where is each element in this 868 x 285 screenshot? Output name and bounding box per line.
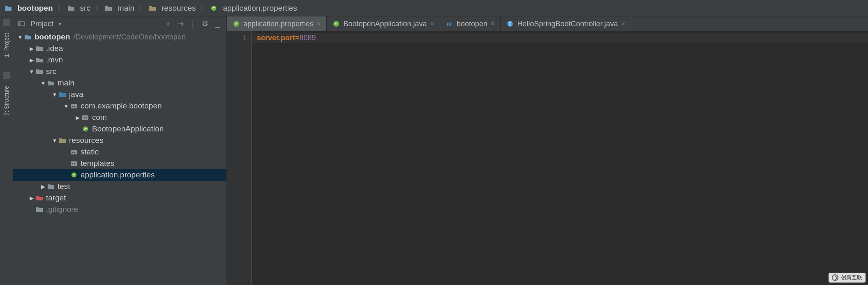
editor-area: application.properties×BootopenApplicati… — [227, 16, 868, 285]
arrow-down-icon[interactable]: ▼ — [29, 69, 35, 75]
tree-node[interactable]: templates — [13, 158, 226, 169]
gear-icon[interactable]: ⚙ — [200, 19, 210, 29]
folder-icon — [35, 45, 44, 52]
arrow-right-icon[interactable]: ▶ — [29, 57, 35, 63]
breadcrumb-label: bootopen — [17, 4, 53, 13]
tree-node[interactable]: ▶.idea — [13, 43, 226, 54]
breadcrumb-item[interactable]: src — [67, 4, 90, 13]
tree-node[interactable]: static — [13, 146, 226, 158]
project-tool-panel: Project ▾ ⌖ ⇥ │ ⚙ ⎯ ▼bootopen/Developmen… — [13, 16, 227, 285]
code-editor[interactable]: 1 server.port=8089 — [227, 31, 868, 285]
svg-rect-10 — [71, 150, 77, 154]
svg-point-4 — [72, 106, 74, 107]
tree-node[interactable]: ▼src — [13, 66, 226, 77]
arrow-down-icon[interactable]: ▼ — [17, 34, 23, 40]
tree-node[interactable]: ▼main — [13, 77, 226, 89]
svg-point-0 — [211, 5, 216, 10]
spring-icon — [210, 5, 218, 12]
breadcrumb-item[interactable]: resources — [148, 4, 196, 13]
svg-point-16 — [72, 172, 76, 177]
tree-node-label: com — [92, 113, 107, 122]
tree-node-label: resources — [69, 136, 103, 145]
folder-icon — [104, 5, 113, 12]
tree-node[interactable]: ▼bootopen/Development/CodeOne/bootopen — [13, 31, 226, 43]
tree-node-label: bootopen — [35, 32, 70, 41]
arrow-right-icon[interactable]: ▶ — [29, 46, 35, 52]
editor-tab[interactable]: CHelloSpringBootController.java× — [501, 16, 631, 31]
tree-node[interactable]: ▼com.example.bootopen — [13, 100, 226, 112]
editor-tab-label: HelloSpringBootController.java — [517, 20, 618, 28]
tree-node[interactable]: ▶com — [13, 112, 226, 123]
arrow-down-icon[interactable]: ▼ — [52, 138, 58, 144]
close-icon[interactable]: × — [491, 20, 494, 28]
tree-node[interactable]: .gitignore — [13, 204, 226, 215]
arrow-right-icon[interactable]: ▶ — [40, 184, 46, 190]
arrow-down-icon[interactable]: ▼ — [52, 92, 58, 98]
chevron-right-icon: 〉 — [57, 3, 65, 13]
tree-node[interactable]: ▼java — [13, 89, 226, 100]
breadcrumb-item[interactable]: main — [104, 4, 134, 13]
package-icon — [70, 102, 78, 110]
editor-tab[interactable]: mbootopen× — [440, 16, 501, 31]
editor-tabs: application.properties×BootopenApplicati… — [227, 16, 868, 31]
target-icon[interactable]: ⌖ — [163, 19, 173, 29]
tree-node[interactable]: ▶test — [13, 181, 226, 192]
sidebar-tab-structure[interactable]: 7: Structure — [3, 83, 10, 118]
editor-tab-label: bootopen — [457, 20, 487, 28]
svg-point-9 — [83, 126, 88, 131]
tree-node[interactable]: BootopenApplication — [13, 123, 226, 135]
svg-point-5 — [74, 106, 76, 107]
resources-icon — [58, 137, 67, 144]
close-icon[interactable]: × — [317, 20, 321, 28]
arrow-right-icon[interactable]: ▶ — [75, 115, 81, 121]
arrow-down-icon[interactable]: ▼ — [40, 80, 46, 86]
svg-point-15 — [74, 163, 76, 165]
project-view-icon — [17, 20, 25, 28]
tree-node[interactable]: ▼resources — [13, 135, 226, 146]
svg-rect-3 — [71, 104, 77, 108]
springclass-icon — [81, 125, 90, 133]
module-icon — [24, 33, 32, 41]
tree-node[interactable]: application.properties — [13, 169, 226, 181]
close-icon[interactable]: × — [430, 20, 434, 28]
structure-tool-icon[interactable] — [3, 72, 10, 79]
arrow-right-icon[interactable]: ▶ — [29, 195, 35, 201]
breadcrumb-item[interactable]: bootopen — [4, 4, 53, 13]
editor-tab-label: BootopenApplication.java — [343, 20, 427, 28]
editor-tab[interactable]: BootopenApplication.java× — [327, 16, 440, 31]
svg-rect-6 — [82, 115, 88, 120]
divider-icon: │ — [188, 19, 198, 29]
package-icon — [81, 114, 90, 121]
tree-node-label: src — [46, 67, 56, 76]
svg-point-17 — [233, 21, 239, 27]
project-panel-title: Project — [30, 20, 53, 28]
project-panel-header: Project ▾ ⌖ ⇥ │ ⚙ ⎯ — [13, 16, 226, 31]
tree-node[interactable]: ▶target — [13, 192, 226, 204]
project-tree[interactable]: ▼bootopen/Development/CodeOne/bootopen▶.… — [13, 31, 226, 285]
editor-gutter: 1 — [227, 31, 252, 285]
svg-rect-13 — [71, 161, 77, 166]
chevron-down-icon[interactable]: ▾ — [58, 21, 61, 27]
sidebar-tab-project[interactable]: 1: Project — [3, 30, 10, 60]
breadcrumb-item[interactable]: application.properties — [210, 4, 297, 13]
close-icon[interactable]: × — [621, 20, 625, 28]
folder-icon — [67, 5, 75, 12]
tree-node[interactable]: ▶.mvn — [13, 54, 226, 66]
arrow-down-icon[interactable]: ▼ — [63, 103, 69, 109]
breadcrumb: bootopen〉src〉main〉resources〉application.… — [0, 0, 868, 16]
tree-node-label: application.properties — [81, 170, 155, 179]
editor-content[interactable]: server.port=8089 — [252, 31, 868, 285]
tree-node-label: .mvn — [46, 55, 63, 64]
tree-node-label: test — [58, 182, 70, 191]
source-icon — [58, 91, 67, 98]
maven-icon: m — [446, 20, 453, 28]
tree-node-label: target — [46, 193, 66, 202]
svg-point-12 — [74, 152, 76, 153]
tree-node-label: java — [69, 90, 83, 99]
svg-point-7 — [84, 117, 85, 119]
editor-tab[interactable]: application.properties× — [227, 16, 327, 31]
hide-icon[interactable]: ⎯ — [212, 19, 222, 29]
tree-node-hint: /Development/CodeOne/bootopen — [74, 33, 186, 41]
collapse-icon[interactable]: ⇥ — [175, 19, 185, 29]
project-tool-icon[interactable] — [3, 19, 10, 26]
